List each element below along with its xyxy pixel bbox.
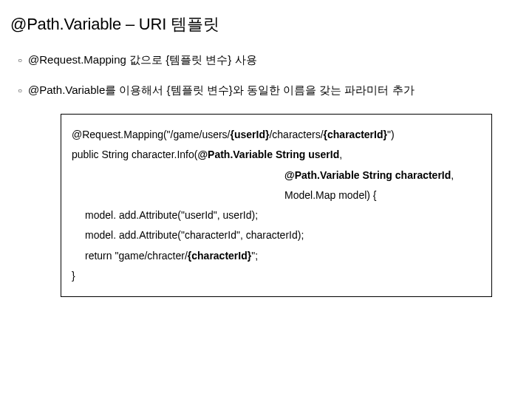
code-text: } bbox=[72, 270, 75, 282]
code-text: @Request.Mapping("/game/users/ bbox=[72, 129, 231, 140]
code-text: ") bbox=[387, 129, 395, 140]
code-text: "; bbox=[251, 250, 258, 262]
code-bold: @Path.Variable String characterId bbox=[284, 169, 451, 181]
code-line: } bbox=[72, 266, 481, 286]
code-bold: @Path.Variable String userId bbox=[197, 149, 339, 160]
code-text: model. add.Attribute("characterId", char… bbox=[85, 229, 304, 241]
code-line: @Path.Variable String characterId, bbox=[72, 166, 481, 185]
page-title: @Path.Variable – URI 템플릿 bbox=[10, 13, 522, 35]
bullet-item: @Request.Mapping 값으로 {템플릿 변수} 사용 bbox=[10, 53, 522, 67]
code-text: , bbox=[451, 169, 454, 181]
code-block: @Request.Mapping("/game/users/{userId}/c… bbox=[61, 114, 492, 297]
code-line: model. add.Attribute("characterId", char… bbox=[72, 225, 481, 245]
code-bold: {characterId} bbox=[324, 129, 387, 140]
code-line: @Request.Mapping("/game/users/{userId}/c… bbox=[72, 125, 481, 145]
code-text: /characters/ bbox=[269, 129, 323, 140]
code-text: Model.Map model) { bbox=[284, 189, 377, 201]
code-bold: {userId} bbox=[231, 129, 270, 140]
code-text: model. add.Attribute("userId", userId); bbox=[85, 209, 258, 221]
bullet-item: @Path.Variable를 이용해서 {템플릿 변수}와 동일한 이름을 갖… bbox=[10, 83, 522, 98]
code-line: Model.Map model) { bbox=[72, 185, 481, 205]
code-line: public String character.Info(@Path.Varia… bbox=[72, 145, 481, 165]
code-text: , bbox=[339, 149, 342, 160]
code-text: public String character.Info( bbox=[72, 149, 197, 160]
code-text: return "game/chracter/ bbox=[85, 250, 188, 262]
code-bold: {characterId} bbox=[188, 250, 251, 262]
code-line: model. add.Attribute("userId", userId); bbox=[72, 205, 481, 225]
code-line: return "game/chracter/{characterId}"; bbox=[72, 246, 481, 266]
